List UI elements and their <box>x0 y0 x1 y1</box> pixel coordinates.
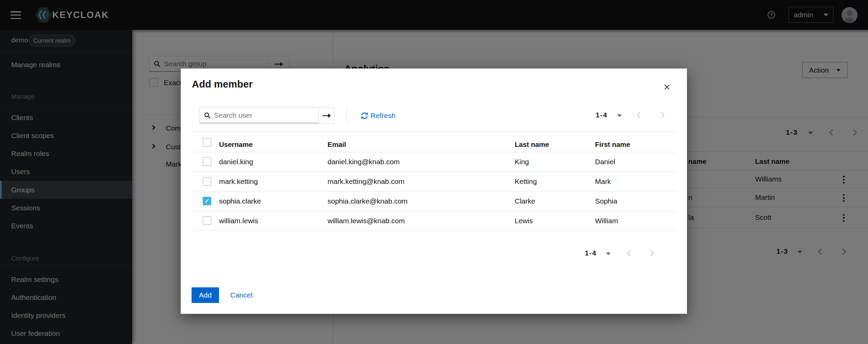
refresh-label: Refresh <box>371 112 396 120</box>
username-cell: sophia.clarke <box>219 197 261 205</box>
username-cell: william.lewis <box>219 217 258 225</box>
add-button[interactable]: Add <box>192 287 219 303</box>
username-header: Username <box>219 140 253 149</box>
cancel-button[interactable]: Cancel <box>230 291 252 299</box>
next-page-button[interactable] <box>658 112 665 118</box>
modal-title: Add member <box>192 79 253 90</box>
username-cell: daniel.king <box>219 158 253 166</box>
email-cell: william.lewis@knab.com <box>328 217 405 225</box>
username-cell: mark.ketting <box>219 177 258 186</box>
email-header: Email <box>328 140 346 149</box>
email-cell: sophia.clarke@knab.com <box>328 197 408 205</box>
row-border <box>192 191 676 191</box>
add-member-modal: Add member ✕ Search user Refresh 1-4 <box>181 69 687 314</box>
toolbar-divider <box>347 108 347 123</box>
refresh-button[interactable]: Refresh <box>361 112 396 120</box>
search-user-placeholder: Search user <box>214 111 252 119</box>
close-icon[interactable]: ✕ <box>660 80 674 94</box>
divider <box>192 131 676 132</box>
search-user-input[interactable]: Search user <box>200 108 318 123</box>
row-checkbox[interactable] <box>203 177 211 186</box>
search-user-input-group: Search user <box>199 108 334 123</box>
prev-page-button[interactable] <box>636 112 643 118</box>
next-page-button[interactable] <box>648 250 654 256</box>
search-icon <box>204 112 211 119</box>
last-name-cell: Lewis <box>515 217 533 225</box>
last-name-header: Last name <box>515 140 549 149</box>
refresh-icon <box>361 112 368 119</box>
email-cell: daniel.king@knab.com <box>328 158 400 166</box>
row-checkbox-checked[interactable]: ✓ <box>203 197 211 205</box>
row-border <box>192 230 676 231</box>
arrow-right-icon <box>322 113 331 119</box>
prev-page-button[interactable] <box>627 250 633 256</box>
pagination-menu-toggle[interactable] <box>617 114 622 117</box>
row-border <box>192 211 676 211</box>
select-all-checkbox[interactable] <box>203 138 211 147</box>
row-border <box>192 171 676 172</box>
first-name-cell: Mark <box>595 177 611 186</box>
screen: KEYCLOAK ? admin demo Current realm Mana… <box>0 0 868 344</box>
row-checkbox[interactable] <box>203 216 211 225</box>
first-name-cell: Daniel <box>595 158 615 166</box>
first-name-cell: Sophia <box>595 197 617 205</box>
last-name-cell: King <box>515 158 529 166</box>
last-name-cell: Ketting <box>515 177 537 186</box>
first-name-cell: William <box>595 217 618 225</box>
pagination-menu-toggle[interactable] <box>606 252 611 255</box>
row-border <box>192 152 676 152</box>
last-name-cell: Clarke <box>515 197 535 205</box>
first-name-header: First name <box>595 140 630 149</box>
email-cell: mark.ketting@knab.com <box>328 177 405 186</box>
row-checkbox[interactable] <box>203 157 211 166</box>
search-user-submit-button[interactable] <box>318 108 334 123</box>
